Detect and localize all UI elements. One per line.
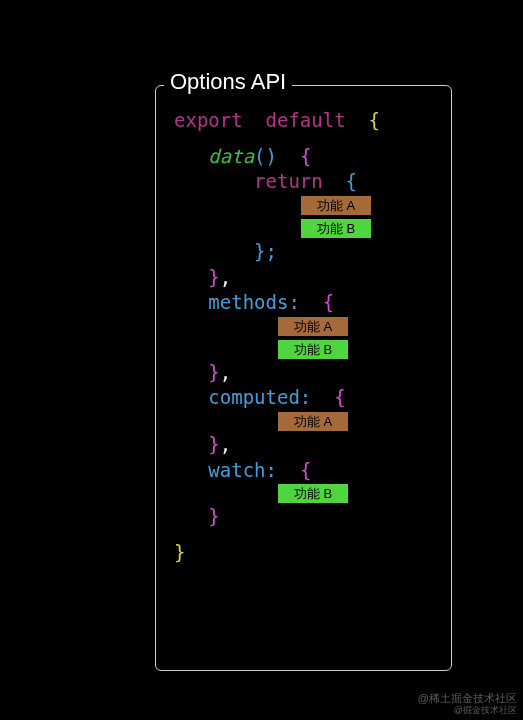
brace-open-methods: { — [323, 291, 334, 313]
watch-prop: watch — [208, 459, 265, 481]
code-block: export default { data() { return { 功能 A … — [156, 86, 451, 580]
feature-box-b: 功能 B — [300, 218, 372, 239]
watermark: @稀土掘金技术社区 @掘金技术社区 — [418, 692, 517, 716]
feature-box-a: 功能 A — [277, 411, 349, 432]
data-function: data — [208, 145, 254, 167]
keyword-default: default — [266, 109, 346, 131]
comma: , — [220, 266, 231, 288]
feature-box-a: 功能 A — [277, 316, 349, 337]
brace-close-watch: } — [208, 505, 219, 527]
feature-box-b: 功能 B — [277, 339, 349, 360]
watermark-line2: @掘金技术社区 — [418, 705, 517, 716]
brace-open-computed: { — [334, 386, 345, 408]
feature-box-a: 功能 A — [300, 195, 372, 216]
brace-open-return: { — [346, 170, 357, 192]
keyword-return: return — [254, 170, 323, 192]
computed-prop: computed — [208, 386, 300, 408]
methods-prop: methods — [208, 291, 288, 313]
brace-close-outer: } — [174, 541, 185, 563]
brace-close-return: } — [254, 240, 265, 262]
brace-open-outer: { — [369, 109, 380, 131]
brace-close-methods: } — [208, 361, 219, 383]
options-api-panel: Options API export default { data() { re… — [155, 85, 452, 671]
comma: , — [220, 361, 231, 383]
colon: : — [266, 459, 277, 481]
paren-close: ) — [266, 145, 277, 167]
colon: : — [300, 386, 311, 408]
brace-close-data: } — [208, 266, 219, 288]
semicolon: ; — [266, 240, 277, 262]
brace-open-watch: { — [300, 459, 311, 481]
feature-box-b: 功能 B — [277, 483, 349, 504]
watermark-line1: @稀土掘金技术社区 — [418, 692, 517, 704]
brace-close-computed: } — [208, 433, 219, 455]
keyword-export: export — [174, 109, 243, 131]
panel-title: Options API — [164, 69, 292, 95]
brace-open-data: { — [300, 145, 311, 167]
comma: , — [220, 433, 231, 455]
paren-open: ( — [254, 145, 265, 167]
colon: : — [288, 291, 299, 313]
